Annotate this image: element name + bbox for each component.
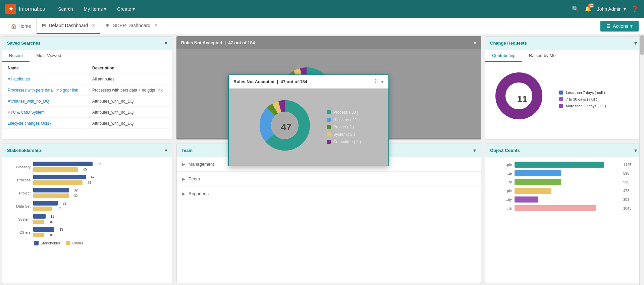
cr-tab-contributing[interactable]: Contributing (485, 50, 522, 62)
obj-value: 596 (623, 171, 638, 175)
col-name: Name (3, 63, 87, 73)
obj-bar-wrap (515, 205, 621, 211)
floating-legend-item: Process ( 30 ) (327, 110, 361, 115)
cr-legend: Less than 7 days ( null ) 7 to 30 days (… (559, 91, 606, 108)
floating-legend-label: Glossary ( 11 ) (333, 117, 360, 122)
user-menu[interactable]: John Admin ▾ (597, 6, 626, 12)
owner-value: 40 (83, 168, 87, 172)
grid-icon[interactable]: ⠿ (374, 78, 378, 85)
cr-legend-dot (559, 97, 563, 101)
search-name[interactable]: Lifecycle changes Oct17 (3, 118, 87, 129)
cr-legend-label: 7 to 30 days ( null ) (566, 97, 597, 101)
floating-legend-item: Project ( 2 ) (327, 125, 361, 129)
obj-label: ..rs (490, 206, 512, 210)
search-name[interactable]: KYC & CMD System (3, 107, 87, 118)
search-description: Attributes_with_no_DQ (88, 96, 171, 107)
object-counts-title: Object Counts (490, 148, 520, 153)
chevron-right-icon: ▶ (182, 177, 185, 181)
obj-bar (515, 196, 538, 203)
nav-my-items-arrow: ▾ (104, 6, 106, 12)
object-counts-chevron[interactable]: ▾ (634, 147, 637, 154)
team-item[interactable]: ▶ Reportees (177, 186, 481, 201)
floating-legend-dot (327, 125, 331, 129)
help-icon[interactable]: ❓ (631, 5, 639, 13)
roles-header: Roles Not Accepted | 47 out of 184 ▾ (176, 36, 481, 49)
bar-group: 22 17 (33, 201, 167, 211)
floating-body: 47 Process ( 30 ) Glossary ( 11 ) Projec… (229, 89, 388, 166)
search-name[interactable]: Attributes_with_no_DQ (3, 96, 87, 107)
logo[interactable]: ✦ Informatica (5, 4, 45, 14)
obj-bar-row: ..ry 596 (490, 179, 638, 185)
table-row[interactable]: All attributes All attributes (3, 74, 171, 84)
obj-bar-wrap (515, 188, 621, 194)
cr-donut-chart: 11 (492, 69, 552, 129)
tab-default-dashboard[interactable]: ⊞ Default Dashboard × (37, 18, 100, 34)
team-chevron[interactable]: ▾ (473, 147, 476, 154)
cr-legend-item: 7 to 30 days ( null ) (559, 97, 606, 101)
obj-bar (515, 170, 561, 176)
stakeholder-bar: 19 (33, 227, 54, 232)
tab-default-close[interactable]: × (92, 22, 95, 28)
floating-legend-dot (327, 132, 331, 136)
change-requests-card: Change Requests ▾ Contributing Raised by… (485, 36, 642, 139)
search-name[interactable]: All attributes (3, 74, 87, 84)
stakeholder-chevron[interactable]: ▾ (165, 147, 167, 154)
search-tab-recent[interactable]: Recent (2, 50, 30, 62)
scrollbar-thumb[interactable] (640, 35, 644, 55)
table-row[interactable]: KYC & CMD System Attributes_with_no_DQ (3, 107, 171, 118)
bar-legend-item: Stakeholder (34, 241, 60, 245)
cr-legend-dot (559, 104, 563, 108)
owner-value: 32 (74, 194, 78, 198)
search-tab-most-viewed[interactable]: Most Viewed (30, 50, 68, 62)
chevron-right-icon: ▶ (182, 162, 185, 167)
dashboard-grid-icon: ⊞ (42, 23, 46, 28)
table-row[interactable]: Lifecycle changes Oct17 Attributes_with_… (3, 118, 171, 129)
tab-gdpr-dashboard[interactable]: ⊞ GDPR Dashboard × (100, 18, 163, 34)
saved-searches-card: Saved Searches ▾ Recent Most Viewed Name… (2, 36, 172, 139)
stakeholder-bar: 22 (33, 201, 58, 206)
stakeholder-value: 32 (74, 188, 78, 192)
tab-bar: 🏠 Home ⊞ Default Dashboard × ⊞ GDPR Dash… (0, 18, 644, 34)
cr-legend-label: Less than 7 days ( null ) (566, 91, 605, 95)
main-content: Saved Searches ▾ Recent Most Viewed Name… (0, 34, 644, 285)
bar-row: Glossary 53 40 (7, 162, 167, 172)
roles-chevron[interactable]: ▾ (474, 40, 476, 46)
bar-label: Process (7, 178, 31, 182)
notification-bell[interactable]: 🔔 62 (584, 5, 592, 13)
search-name[interactable]: Processes with pers data + no gdpr link (3, 85, 87, 96)
bar-row: Process 47 44 (7, 175, 167, 185)
floating-chevron[interactable]: ▾ (381, 78, 384, 85)
search-tabs: Recent Most Viewed (2, 50, 172, 62)
bar-row: Data Set 22 17 (7, 201, 167, 211)
nav-my-items[interactable]: My Items ▾ (79, 4, 111, 14)
owner-bar: 32 (33, 193, 69, 198)
scrollbar[interactable] (639, 34, 644, 285)
nav-create-label: Create (117, 6, 131, 12)
nav-search[interactable]: Search (53, 4, 77, 14)
bar-row: Others 19 10 (7, 227, 167, 237)
nav-create-arrow: ▾ (132, 6, 135, 12)
bar-group: 32 32 (33, 188, 167, 198)
obj-label: ..ry (490, 180, 512, 184)
tab-gdpr-label: GDPR Dashboard (112, 23, 150, 28)
team-item[interactable]: ▶ Peers (177, 172, 481, 186)
user-name: John Admin (597, 6, 622, 12)
change-req-chevron[interactable]: ▾ (634, 40, 637, 46)
stakeholder-bar: 32 (33, 188, 69, 192)
object-counts-card: Object Counts ▾ ..ple 1145..te 596..ry 5… (485, 144, 642, 283)
table-row[interactable]: Processes with pers data + no gdpr link … (3, 85, 171, 96)
object-counts-header: Object Counts ▾ (485, 144, 642, 157)
table-row[interactable]: Attributes_with_no_DQ Attributes_with_no… (3, 96, 171, 107)
stakeholder-bar: 53 (33, 162, 93, 166)
tab-home[interactable]: 🏠 Home (5, 18, 37, 34)
obj-bar-row: ..ity 303 (490, 196, 638, 203)
stakeholder-header: Stakeholdership ▾ (2, 144, 172, 157)
actions-button[interactable]: ☰ Actions ▾ (600, 21, 639, 32)
nav-create[interactable]: Create ▾ (112, 4, 140, 14)
saved-searches-chevron[interactable]: ▾ (165, 40, 167, 46)
search-icon[interactable]: 🔍 (572, 5, 579, 13)
team-title: Team (181, 148, 193, 153)
tab-gdpr-close[interactable]: × (154, 22, 157, 28)
cr-tab-raised[interactable]: Raised by Me (522, 50, 562, 62)
bar-legend-item: Owner (66, 241, 83, 245)
